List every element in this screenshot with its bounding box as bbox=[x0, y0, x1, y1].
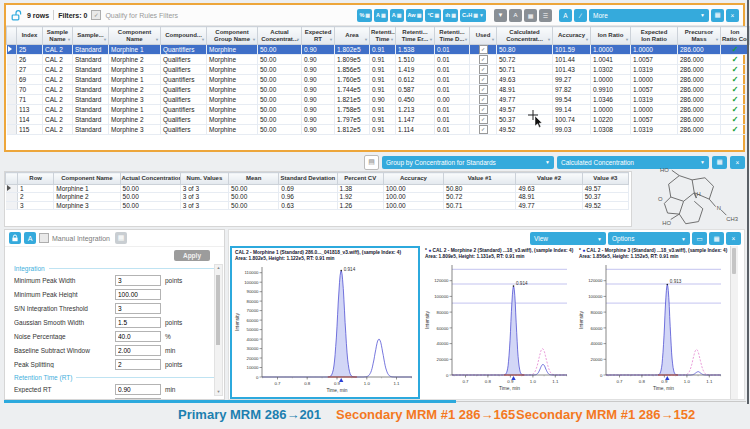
column-header[interactable] bbox=[7, 27, 17, 45]
percent-format-button[interactable]: %▦ bbox=[357, 9, 372, 22]
table-row[interactable]: 115CAL 2StandardMorphine 3QualifiersMorp… bbox=[7, 125, 750, 135]
column-header[interactable]: ActualConcentrat...▼ bbox=[258, 27, 302, 45]
column-header[interactable]: Value #3 bbox=[582, 173, 628, 185]
table-row[interactable]: 113CAL 2StandardMorphine 1QuantifiersMor… bbox=[7, 105, 750, 115]
used-checkbox[interactable]: ✓ bbox=[479, 105, 488, 114]
column-header[interactable]: Used▼ bbox=[470, 27, 497, 45]
integration-toggle-checkbox[interactable] bbox=[39, 233, 49, 243]
used-checkbox[interactable]: ✓ bbox=[479, 55, 488, 64]
table-row[interactable]: 3Morphine 350.003 of 350.000.631.26100.0… bbox=[6, 201, 629, 210]
comment-button[interactable]: ▭ bbox=[692, 232, 707, 245]
baseline-subtract-window-input[interactable] bbox=[115, 345, 161, 356]
close-button[interactable]: × bbox=[726, 9, 739, 22]
filter-funnel-icon[interactable]: ▼ bbox=[252, 37, 256, 44]
column-header[interactable]: Standard Deviation bbox=[279, 173, 337, 185]
filter-funnel-icon[interactable]: ▼ bbox=[429, 37, 433, 44]
filter-funnel-icon[interactable]: ▼ bbox=[329, 37, 333, 44]
column-header[interactable]: Value #2 bbox=[516, 173, 582, 185]
table-row[interactable]: 71CAL 2StandardMorphine 3QualifiersMorph… bbox=[7, 95, 750, 105]
table-row[interactable]: 25CAL 2StandardMorphine 1QuantifiersMorp… bbox=[7, 45, 750, 55]
close-button[interactable]: × bbox=[726, 232, 741, 245]
label-a2-button[interactable]: A▦ bbox=[390, 9, 404, 22]
label-a-button[interactable]: A bbox=[24, 232, 36, 244]
filter-funnel-icon[interactable]: ▼ bbox=[464, 37, 468, 44]
filter-funnel-icon[interactable]: ▼ bbox=[491, 37, 495, 44]
filter-funnel-icon[interactable]: ▼ bbox=[625, 37, 629, 44]
column-header[interactable]: Retenti...Time▼ bbox=[370, 27, 396, 45]
filter-funnel-button[interactable]: ▼ bbox=[494, 9, 507, 22]
view-dropdown[interactable]: View▼ bbox=[530, 232, 606, 245]
chromatogram-pane-2[interactable]: * ● CAL 2 - Morphine 2 (Standard) ...18_… bbox=[422, 246, 574, 399]
highlight-button[interactable]: A bbox=[559, 9, 572, 22]
column-header[interactable]: Index bbox=[17, 27, 43, 45]
formula-button[interactable]: C₂H▦▼ bbox=[460, 9, 486, 22]
table-row[interactable]: 69CAL 2StandardMorphine 1QuantifiersMorp… bbox=[7, 75, 750, 85]
scrollbar-thumb[interactable] bbox=[732, 248, 736, 274]
more-dropdown[interactable]: More▼ bbox=[589, 9, 709, 22]
filter-funnel-icon[interactable]: ▼ bbox=[585, 37, 589, 44]
filter-funnel-icon[interactable]: ▼ bbox=[103, 37, 107, 44]
annotate-button[interactable]: ∕ bbox=[574, 9, 587, 22]
column-header[interactable]: Accuracy bbox=[383, 173, 443, 185]
peak-splitting-input[interactable] bbox=[115, 359, 161, 370]
used-checkbox[interactable]: ✓ bbox=[479, 45, 488, 54]
temperature-button[interactable]: °C▦ bbox=[425, 9, 441, 22]
qualify-checkbox[interactable]: ✓ bbox=[91, 10, 101, 20]
table-row[interactable]: 26CAL 2StandardMorphine 2QualifiersMorph… bbox=[7, 55, 750, 65]
options-dropdown[interactable]: Options▼ bbox=[608, 232, 690, 245]
column-header[interactable]: Num. Values bbox=[180, 173, 228, 185]
minimum-peak-height-input[interactable] bbox=[115, 289, 161, 300]
filter-funnel-icon[interactable]: ▼ bbox=[201, 37, 205, 44]
list-view-button[interactable]: ☰ bbox=[539, 9, 552, 22]
filter-funnel-icon[interactable]: ▼ bbox=[715, 37, 719, 44]
column-header[interactable]: ComponentGroup Name▼ bbox=[207, 27, 258, 45]
integration-scrollbar[interactable]: ▲ ▼ bbox=[214, 264, 223, 396]
column-header[interactable]: Row bbox=[18, 173, 54, 185]
height-button[interactable]: ıh▦ bbox=[443, 9, 458, 22]
scrollbar-thumb[interactable] bbox=[216, 275, 220, 345]
apply-button[interactable]: Apply bbox=[174, 250, 210, 261]
filter-funnel-icon[interactable]: ▼ bbox=[547, 37, 551, 44]
table-row[interactable]: 27CAL 2StandardMorphine 3QualifiersMorph… bbox=[7, 65, 750, 75]
panel-grid-icon[interactable]: ▤ bbox=[364, 155, 379, 170]
column-header[interactable]: Compound...▼ bbox=[161, 27, 207, 45]
expected-rt-input[interactable] bbox=[115, 384, 161, 395]
column-header[interactable]: Value #1 bbox=[444, 173, 516, 185]
chromatogram-plot[interactable]: 0.9130.70.80.91.01.102000040000600008000… bbox=[576, 260, 725, 392]
lock-icon-button[interactable] bbox=[9, 232, 21, 244]
scroll-down-icon[interactable]: ▼ bbox=[215, 389, 222, 395]
column-header[interactable]: Percent CV bbox=[337, 173, 383, 185]
minimum-peak-width-input[interactable] bbox=[115, 275, 161, 286]
column-header[interactable]: Area▼ bbox=[335, 27, 370, 45]
table-row[interactable]: 1Morphine 150.003 of 350.000.691.38100.0… bbox=[6, 184, 629, 193]
filter-funnel-icon[interactable]: ▼ bbox=[296, 37, 300, 44]
column-header[interactable]: Component Name bbox=[54, 173, 120, 185]
used-checkbox[interactable]: ✓ bbox=[479, 85, 488, 94]
column-header[interactable]: Ion Ratio▼ bbox=[591, 27, 631, 45]
s-n-integration-threshold-input[interactable] bbox=[115, 303, 161, 314]
used-checkbox[interactable]: ✓ bbox=[479, 75, 488, 84]
charts-scrollbar[interactable] bbox=[730, 246, 738, 399]
column-header[interactable]: CalculatedConcentrat...▼ bbox=[497, 27, 553, 45]
filter-grid-button[interactable]: ▦ bbox=[524, 9, 537, 22]
chromatogram-plot[interactable]: 0.9140.70.80.91.01.102000040000600008000… bbox=[422, 260, 571, 392]
column-header[interactable]: IonRatio Conf... bbox=[721, 27, 750, 45]
column-header[interactable]: Mean bbox=[229, 173, 279, 185]
filter-funnel-icon[interactable]: ▼ bbox=[364, 37, 368, 44]
filter-funnel-icon[interactable]: ▼ bbox=[155, 37, 159, 44]
scroll-up-icon[interactable]: ▲ bbox=[215, 265, 222, 271]
column-header[interactable]: ExpectedIon Ratio bbox=[631, 27, 678, 45]
column-header[interactable]: ExpectedRT▼ bbox=[302, 27, 335, 45]
table-row[interactable]: 114CAL 2StandardMorphine 2QualifiersMorp… bbox=[7, 115, 750, 125]
chromatogram-pane-1[interactable]: CAL 2 - Morphine 1 (Standard) 286.0..._0… bbox=[230, 246, 420, 399]
used-checkbox[interactable]: ✓ bbox=[479, 115, 488, 124]
chromatogram-plot[interactable]: 0.9140.70.80.91.01.101000020000300004000… bbox=[232, 262, 416, 394]
expand-grid-button[interactable]: ▦ bbox=[711, 9, 724, 22]
weighting-button[interactable]: Aw▦ bbox=[406, 9, 424, 22]
column-header[interactable]: Retenti...Time D...▼ bbox=[435, 27, 470, 45]
detach-panel-button[interactable]: ▦ bbox=[115, 232, 127, 244]
column-header[interactable]: PrecursorMass▼ bbox=[678, 27, 721, 45]
used-checkbox[interactable]: ✓ bbox=[479, 125, 488, 134]
chromatogram-pane-3[interactable]: * ● CAL 2 - Morphine 3 (Standard) ...18_… bbox=[576, 246, 728, 399]
table-row[interactable]: 70CAL 2StandardMorphine 2QualifiersMorph… bbox=[7, 85, 750, 95]
